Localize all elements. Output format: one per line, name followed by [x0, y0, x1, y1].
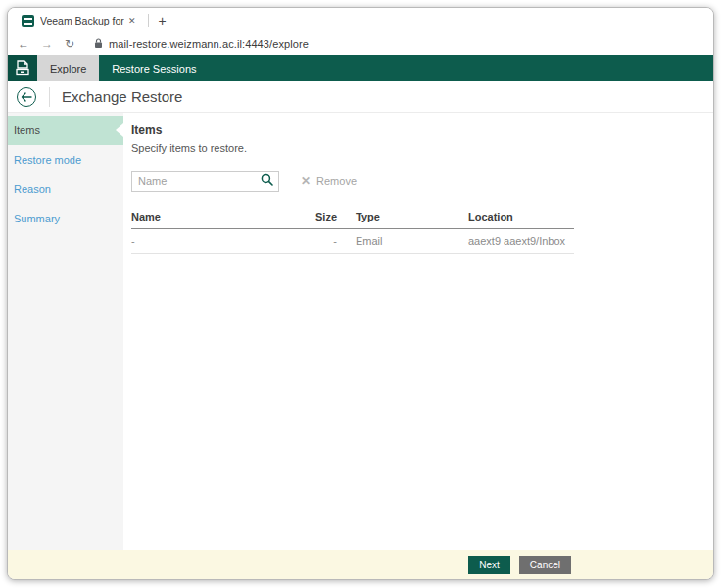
- column-header-location[interactable]: Location: [468, 207, 574, 229]
- browser-tab-title[interactable]: Veeam Backup for Microsoft 36: [40, 15, 124, 26]
- name-search-input[interactable]: [132, 175, 261, 187]
- new-tab-icon[interactable]: +: [159, 14, 167, 27]
- tab-explore-label: Explore: [50, 63, 86, 74]
- tab-explore[interactable]: Explore: [37, 55, 99, 81]
- cell-name: -: [131, 229, 303, 254]
- search-icon[interactable]: [261, 172, 273, 190]
- https-lock-icon: [94, 35, 103, 53]
- veeam-app-logo-icon: [8, 55, 37, 81]
- column-header-type[interactable]: Type: [337, 207, 468, 229]
- content-heading: Items: [131, 123, 713, 137]
- browser-address-bar: ← → ↻ mail-restore.weizmann.ac.il:4443/e…: [8, 33, 713, 55]
- remove-button[interactable]: ✕ Remove: [301, 174, 357, 188]
- step-summary[interactable]: Summary: [8, 204, 123, 233]
- next-button[interactable]: Next: [468, 556, 510, 574]
- step-restore-mode-label: Restore mode: [14, 154, 81, 166]
- back-button[interactable]: [17, 87, 36, 107]
- page-header: Exchange Restore: [8, 81, 713, 113]
- items-toolbar: ✕ Remove: [131, 171, 713, 192]
- wizard-footer: Next Cancel: [8, 550, 713, 579]
- url-text[interactable]: mail-restore.weizmann.ac.il:4443/explore: [109, 38, 309, 50]
- cell-location: aaext9 aaext9/Inbox: [468, 229, 574, 254]
- browser-window: Veeam Backup for Microsoft 36 ✕ + ← → ↻ …: [7, 7, 714, 580]
- cell-type: Email: [337, 229, 468, 254]
- header-divider: [49, 87, 50, 107]
- browser-forward-icon[interactable]: →: [41, 37, 53, 51]
- wizard-content: Items Specify items to restore. ✕ Remove: [123, 113, 713, 550]
- name-search-box: [131, 171, 279, 192]
- cell-size: -: [303, 229, 337, 254]
- column-header-name[interactable]: Name: [131, 207, 303, 229]
- browser-tab-strip: Veeam Backup for Microsoft 36 ✕ +: [8, 8, 713, 33]
- tab-restore-sessions-label: Restore Sessions: [112, 63, 196, 74]
- cancel-button[interactable]: Cancel: [519, 556, 571, 574]
- step-reason[interactable]: Reason: [8, 174, 123, 204]
- column-header-size[interactable]: Size: [303, 207, 337, 229]
- page-title: Exchange Restore: [62, 88, 182, 105]
- items-table: Name Size Type Location - - Email aaext9…: [131, 207, 574, 254]
- tab-restore-sessions[interactable]: Restore Sessions: [99, 55, 209, 81]
- veeam-favicon-icon: [22, 15, 34, 27]
- content-subheading: Specify items to restore.: [131, 142, 713, 154]
- app-navbar: Explore Restore Sessions: [8, 55, 713, 81]
- wizard-steps-sidebar: Items Restore mode Reason Summary: [8, 113, 123, 550]
- step-items-label: Items: [14, 124, 40, 136]
- tab-separator: [148, 14, 149, 27]
- tab-close-icon[interactable]: ✕: [128, 16, 136, 25]
- step-reason-label: Reason: [14, 183, 51, 195]
- browser-reload-icon[interactable]: ↻: [65, 37, 74, 51]
- table-row[interactable]: - - Email aaext9 aaext9/Inbox: [131, 229, 574, 254]
- step-restore-mode[interactable]: Restore mode: [8, 145, 123, 174]
- browser-back-icon[interactable]: ←: [18, 37, 29, 51]
- step-summary-label: Summary: [14, 213, 60, 224]
- remove-x-icon: ✕: [301, 174, 311, 188]
- step-items[interactable]: Items: [8, 116, 123, 145]
- wizard-body: Items Restore mode Reason Summary Items …: [8, 113, 713, 550]
- remove-button-label: Remove: [316, 175, 357, 187]
- items-table-header-row: Name Size Type Location: [131, 207, 574, 229]
